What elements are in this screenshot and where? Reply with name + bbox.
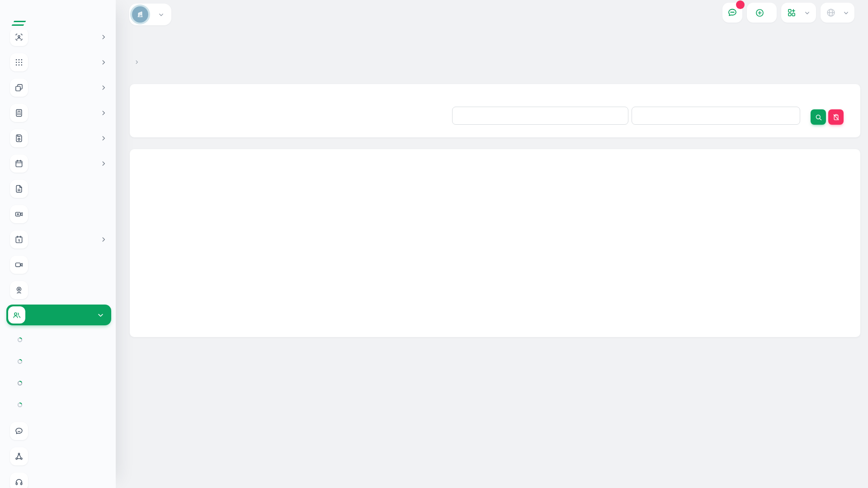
chevron-right-icon <box>100 160 107 167</box>
chat-icon <box>10 422 28 440</box>
sidebar-subitem-meeting-type[interactable] <box>0 394 116 416</box>
sidebar-item-video-hub[interactable] <box>0 202 116 227</box>
search-button[interactable] <box>811 109 826 125</box>
workspace-selector[interactable] <box>129 4 171 25</box>
create-workspace-button[interactable] <box>747 3 777 23</box>
chevron-right-icon <box>134 60 139 65</box>
sidebar-item-google-meet[interactable] <box>0 277 116 303</box>
app-logo <box>0 0 116 30</box>
sidebar-bottom-items <box>0 418 116 488</box>
meeting-hub-submenu <box>0 329 116 416</box>
ring-icon <box>17 359 23 364</box>
sidebar-subitem-meeting-minutes[interactable] <box>0 351 116 372</box>
sidebar-item-team-workload[interactable] <box>0 227 116 252</box>
sidebar-item-pos[interactable] <box>0 50 116 75</box>
meetings-chart-card <box>130 149 860 337</box>
chevron-down-icon <box>843 10 849 16</box>
chat-bubble-icon <box>727 7 738 18</box>
crm-icon <box>10 79 28 97</box>
chevron-right-icon <box>100 84 107 91</box>
globe-icon <box>826 8 836 18</box>
sidebar-item-messenger[interactable] <box>0 418 116 444</box>
chevron-right-icon <box>100 135 107 141</box>
language-selector[interactable] <box>821 3 854 23</box>
chevron-down-icon <box>158 12 164 18</box>
logo-speed-lines-icon <box>11 21 26 27</box>
sidebar-item-events-management[interactable] <box>0 151 116 176</box>
document-icon <box>10 180 28 198</box>
search-icon <box>815 113 822 121</box>
ring-icon <box>17 337 23 343</box>
video-plus-icon <box>10 205 28 223</box>
start-date-input[interactable] <box>452 107 628 125</box>
webcam-icon <box>10 281 28 299</box>
sidebar-item-helpdesk[interactable] <box>0 469 116 488</box>
calendar-icon <box>10 155 28 173</box>
clipboard-off-icon <box>832 113 840 121</box>
chevron-right-icon <box>100 34 107 40</box>
chevron-right-icon <box>100 59 107 66</box>
ring-icon <box>17 402 23 408</box>
sidebar-item-api-docs[interactable] <box>0 444 116 469</box>
workspace-avatar <box>132 6 148 23</box>
sidebar-item-contract[interactable] <box>0 126 116 151</box>
sidebar-item-zoom-meeting[interactable] <box>0 252 116 277</box>
report-filter-card <box>130 84 860 137</box>
hrm-icon <box>10 28 28 46</box>
users-icon <box>8 306 25 324</box>
topbar-right <box>722 3 854 23</box>
chevron-down-icon <box>804 10 810 16</box>
end-date-input[interactable] <box>632 107 800 125</box>
grid-plus-icon <box>787 8 796 17</box>
calculator-icon <box>10 104 28 122</box>
sidebar-item-crm[interactable] <box>0 75 116 100</box>
pos-icon <box>10 53 28 71</box>
sidebar <box>0 0 116 488</box>
chevron-right-icon <box>100 236 107 243</box>
nodes-icon <box>10 447 28 465</box>
building-icon <box>136 10 145 19</box>
sidebar-nav <box>0 24 116 488</box>
workspace-menu[interactable] <box>781 3 816 23</box>
plus-circle-icon <box>755 8 764 18</box>
contract-icon <box>10 129 28 147</box>
video-camera-icon <box>10 256 28 274</box>
sidebar-subitem-meeting-list[interactable] <box>0 329 116 351</box>
meetings-area-chart <box>130 149 860 337</box>
chevron-right-icon <box>100 110 107 116</box>
sidebar-item-resume-builder[interactable] <box>0 176 116 202</box>
breadcrumb <box>130 60 143 65</box>
notification-badge <box>736 0 745 9</box>
chevron-down-icon <box>97 312 104 319</box>
calendar-one-icon <box>10 230 28 249</box>
sidebar-item-commission[interactable] <box>0 100 116 126</box>
reset-filter-button[interactable] <box>828 109 844 125</box>
notifications-button[interactable] <box>722 3 742 23</box>
ring-icon <box>17 380 23 386</box>
sidebar-subitem-meeting-reports[interactable] <box>0 372 116 394</box>
headset-icon <box>10 473 28 488</box>
sidebar-group-meeting-hub[interactable] <box>6 305 111 325</box>
